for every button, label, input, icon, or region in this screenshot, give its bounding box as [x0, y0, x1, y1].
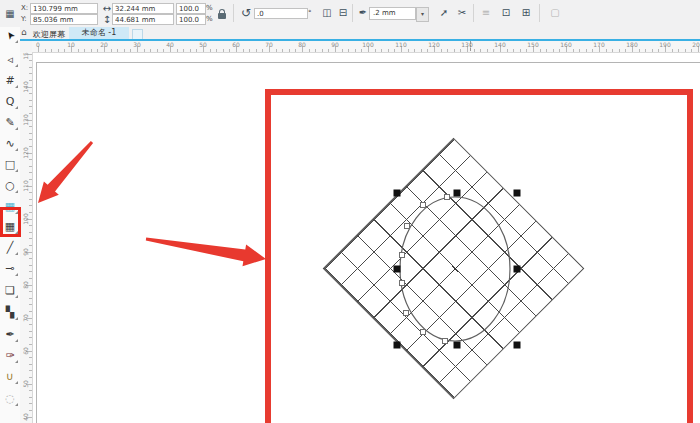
ruler-tick: [652, 49, 653, 52]
connector-tool-icon: ⊸: [5, 262, 14, 275]
object-height-input[interactable]: [112, 14, 174, 25]
ruler-tick: [84, 49, 85, 52]
ruler-tick: [427, 49, 428, 52]
ruler-tick: [29, 232, 32, 233]
vertical-ruler[interactable]: 150140130120110100908070605040: [20, 52, 33, 423]
ruler-tick: [229, 49, 230, 52]
two-point-line-tool[interactable]: ╱: [0, 239, 20, 257]
ellipse-tool[interactable]: ○: [0, 177, 20, 195]
drop-shadow-tool[interactable]: ❏: [0, 282, 20, 300]
ruler-tick: [29, 357, 32, 358]
object-width-input[interactable]: [112, 3, 174, 14]
bspline-tool[interactable]: ∿: [0, 135, 20, 153]
ruler-label: 60: [22, 345, 30, 357]
ruler-label: 170: [592, 41, 606, 48]
ruler-tick: [322, 49, 323, 52]
ruler-tick: [29, 271, 32, 272]
mirror-vertical-button[interactable]: ⊟: [336, 7, 350, 19]
ruler-tick: [355, 49, 356, 52]
ruler-tick: [672, 49, 673, 52]
outline-width-select[interactable]: .2 mm: [369, 7, 416, 20]
ruler-tick: [315, 49, 316, 52]
ruler-tick: [361, 49, 362, 52]
scale-v-input[interactable]: [176, 14, 206, 25]
ruler-tick: [117, 49, 118, 52]
ruler-label: 50: [196, 41, 210, 48]
ruler-tick: [658, 49, 659, 52]
y-position-input[interactable]: [30, 14, 98, 25]
interactive-fill-tool[interactable]: ◌: [0, 390, 20, 408]
ruler-tick: [606, 49, 607, 52]
ruler-tick: [29, 390, 32, 391]
ruler-tick: [493, 49, 494, 52]
ruler-origin-button[interactable]: [20, 41, 32, 52]
color-eyedropper-tool[interactable]: ✒: [0, 326, 20, 344]
outline-width-dropdown-button[interactable]: ▾: [416, 7, 429, 22]
open-shape-button[interactable]: ▢: [548, 7, 562, 19]
ruler-tick: [157, 49, 158, 52]
rectangle-tool[interactable]: □: [0, 156, 20, 174]
zoom-tool[interactable]: Q: [0, 93, 20, 111]
ruler-tick: [309, 49, 310, 52]
ruler-label: 90: [22, 246, 30, 258]
ruler-label: 70: [22, 312, 30, 324]
copy-properties-button[interactable]: ⊞: [519, 7, 533, 19]
horizontal-ruler[interactable]: 0102030405060708090100110120130140150160…: [32, 41, 700, 53]
ruler-tick: [381, 49, 382, 52]
ruler-tick: [256, 49, 257, 52]
x-position-input[interactable]: [30, 3, 98, 14]
lock-ratio-icon[interactable]: [218, 13, 226, 19]
ruler-tick: [243, 49, 244, 52]
attributes-eyedropper-tool[interactable]: ✑: [0, 347, 20, 365]
graph-paper-tool-highlight: [0, 207, 21, 237]
transparency-tool-icon: ▚: [6, 306, 14, 319]
ruler-tick: [592, 49, 593, 52]
wrap-text-button[interactable]: ≡: [479, 7, 493, 19]
ruler-label: 30: [130, 41, 144, 48]
pick-tool[interactable]: ➤: [0, 27, 20, 45]
ruler-tick: [111, 49, 112, 52]
ruler-tick: [58, 49, 59, 52]
ruler-tick: [29, 304, 32, 305]
ruler-tick: [45, 49, 46, 52]
ruler-label: 20: [97, 41, 111, 48]
separator: [352, 4, 353, 22]
ruler-tick: [216, 49, 217, 52]
copy-attributes-button[interactable]: ⊡: [499, 7, 513, 19]
remove-segment-button[interactable]: ✂: [455, 7, 469, 19]
home-icon[interactable]: ⌂: [21, 27, 27, 37]
ruler-tick: [29, 403, 32, 404]
ruler-tick: [375, 49, 376, 52]
rotation-icon: ↺: [239, 7, 253, 19]
ellipse-tool-icon: ○: [5, 179, 15, 192]
ruler-tick: [210, 49, 211, 52]
shape-tool[interactable]: ◃: [0, 51, 20, 69]
document-tab-active[interactable]: 未命名 -1: [69, 27, 129, 39]
connector-tool[interactable]: ⊸: [0, 260, 20, 278]
ruler-tick: [29, 166, 32, 167]
ruler-tick: [97, 49, 98, 52]
smart-fill-tool[interactable]: ∪: [0, 368, 20, 386]
rotation-angle-input[interactable]: [254, 8, 308, 19]
crop-tool[interactable]: #: [0, 72, 20, 90]
scale-h-input[interactable]: [176, 3, 206, 14]
ruler-tick: [342, 49, 343, 52]
ruler-tick: [29, 106, 32, 107]
freehand-tool-icon: ✎: [5, 116, 14, 129]
freehand-tool[interactable]: ✎: [0, 114, 20, 132]
ruler-tick: [150, 49, 151, 52]
transparency-tool[interactable]: ▚: [0, 304, 20, 322]
ruler-tick: [408, 49, 409, 52]
ruler-label: 130: [22, 114, 30, 126]
ruler-label: 110: [394, 41, 408, 48]
ruler-tick: [573, 49, 574, 52]
ruler-tick: [388, 49, 389, 52]
convert-to-curves-button[interactable]: ➚: [437, 7, 451, 19]
mirror-horizontal-button[interactable]: ◫: [320, 7, 334, 19]
ruler-tick: [29, 73, 32, 74]
ruler-tick: [559, 49, 560, 52]
ruler-tick: [29, 337, 32, 338]
ruler-tick: [29, 364, 32, 365]
ruler-tick: [177, 49, 178, 52]
ruler-tick: [91, 49, 92, 52]
